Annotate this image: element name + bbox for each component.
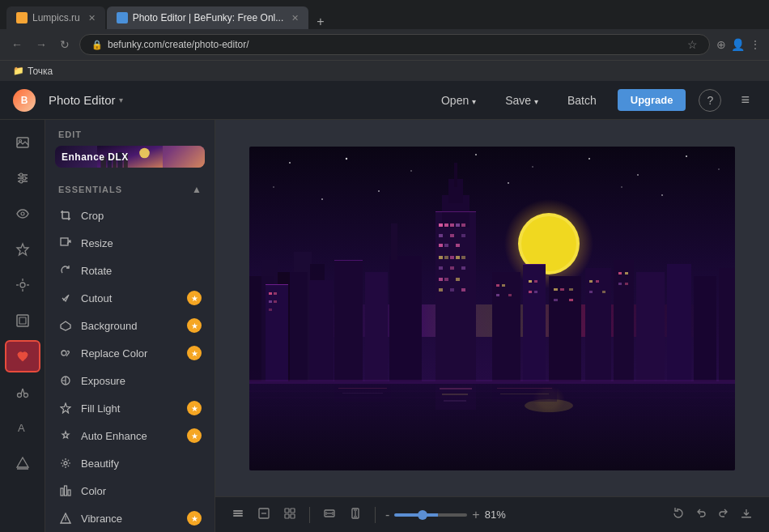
menu-item-background[interactable]: Background [45, 312, 215, 339]
svg-rect-100 [439, 244, 443, 247]
svg-rect-177 [285, 514, 289, 518]
fit-width-icon[interactable] [320, 504, 339, 526]
menu-item-crop[interactable]: Crop [45, 202, 215, 229]
redo-button[interactable] [714, 504, 733, 526]
menu-icon[interactable]: ≡ [734, 92, 756, 109]
menu-item-cutout[interactable]: Cutout [45, 284, 215, 312]
star-icon [15, 242, 30, 257]
city-scene-svg [249, 147, 735, 470]
sidebar-item-frames[interactable] [5, 304, 40, 337]
sidebar-item-shape[interactable] [5, 447, 40, 479]
address-text: befunky.com/create/photo-editor/ [108, 39, 682, 50]
svg-rect-161 [342, 393, 383, 394]
tab-close-lumpics[interactable]: ✕ [88, 13, 96, 23]
svg-rect-82 [274, 300, 277, 303]
svg-rect-110 [461, 266, 465, 270]
download-icon[interactable] [737, 504, 756, 526]
svg-line-43 [68, 460, 69, 461]
essentials-section-header[interactable]: ESSENTIALS ▲ [45, 177, 215, 202]
forward-button[interactable]: → [32, 36, 50, 53]
svg-point-54 [475, 154, 477, 155]
menu-item-replace-color[interactable]: Replace Color [45, 339, 215, 367]
reset-icon[interactable] [669, 504, 688, 526]
zoom-controls: - + 81% [385, 508, 514, 522]
svg-point-56 [588, 157, 590, 159]
svg-point-10 [20, 283, 25, 287]
layers-icon[interactable] [228, 504, 248, 526]
bookmark-star[interactable]: ☆ [687, 38, 698, 51]
rotate-label: Rotate [81, 265, 202, 277]
svg-rect-156 [440, 388, 472, 389]
sidebar-item-eye[interactable] [5, 198, 40, 230]
eye-icon [15, 206, 30, 221]
grid-icon[interactable] [280, 504, 300, 526]
history-icon[interactable] [254, 504, 274, 526]
undo-redo-controls [669, 504, 756, 526]
menu-item-vibrance[interactable]: Vibrance [45, 504, 215, 532]
svg-point-59 [718, 168, 719, 169]
color-label: Color [81, 485, 202, 497]
open-button[interactable]: Open ▾ [433, 89, 484, 112]
app-title-text: Photo Editor [49, 93, 116, 107]
zoom-slider[interactable] [394, 513, 467, 517]
sidebar-item-sliders[interactable] [5, 162, 40, 194]
refresh-button[interactable]: ↻ [57, 36, 73, 53]
zoom-plus-button[interactable]: + [472, 508, 479, 522]
svg-rect-150 [523, 264, 546, 265]
scissors-icon [15, 385, 30, 399]
back-button[interactable]: ← [8, 36, 26, 53]
settings-icon[interactable]: ⋮ [750, 38, 761, 51]
svg-rect-152 [249, 383, 735, 384]
svg-rect-146 [625, 283, 628, 285]
svg-rect-149 [435, 211, 476, 212]
undo-button[interactable] [691, 504, 711, 526]
sidebar-item-effects[interactable] [5, 269, 40, 301]
menu-item-exposure[interactable]: Exposure [45, 367, 215, 394]
zoom-minus-button[interactable]: - [385, 508, 389, 522]
profile-icon[interactable]: 👤 [731, 38, 745, 51]
svg-rect-91 [454, 163, 457, 187]
tab-close-befunky[interactable]: ✕ [291, 13, 299, 23]
svg-line-44 [62, 466, 63, 466]
svg-rect-135 [560, 288, 564, 291]
svg-rect-136 [569, 288, 573, 291]
menu-item-beautify[interactable]: Beautify [45, 449, 215, 477]
extensions-icon[interactable]: ⊕ [716, 38, 726, 51]
svg-point-66 [661, 194, 663, 196]
fit-height-icon[interactable] [346, 504, 365, 526]
address-bar[interactable]: 🔒 befunky.com/create/photo-editor/ ☆ [79, 34, 710, 55]
menu-item-color[interactable]: Color [45, 477, 215, 504]
tab-label-lumpics: Lumpics.ru [32, 12, 80, 23]
menu-item-rotate[interactable]: Rotate [45, 257, 215, 284]
upgrade-button[interactable]: Upgrade [618, 89, 686, 111]
browser-tab-befunky[interactable]: Photo Editor | BeFunky: Free Onl... ✕ [107, 6, 309, 29]
batch-button[interactable]: Batch [559, 89, 605, 112]
replace-color-label: Replace Color [81, 347, 179, 360]
svg-rect-113 [456, 278, 460, 281]
bookmark-tochka[interactable]: 📁 Точка [8, 66, 57, 77]
auto-enhance-icon [58, 428, 73, 443]
svg-rect-111 [439, 278, 443, 281]
sidebar-item-photos[interactable] [5, 126, 40, 159]
menu-item-auto-enhance[interactable]: Auto Enhance [45, 422, 215, 449]
color-icon [58, 483, 73, 498]
svg-rect-170 [233, 515, 243, 517]
save-button[interactable]: Save ▾ [497, 89, 546, 112]
svg-rect-178 [291, 514, 295, 518]
sidebar-item-scissors[interactable] [5, 376, 40, 408]
svg-rect-108 [439, 266, 443, 270]
menu-item-fill-light[interactable]: Fill Light [45, 394, 215, 422]
sidebar-item-favorites[interactable] [5, 340, 40, 372]
sidebar-item-text[interactable]: A [5, 411, 40, 444]
svg-rect-127 [502, 284, 505, 287]
menu-item-resize[interactable]: Resize [45, 229, 215, 257]
browser-tab-lumpics[interactable]: Lumpics.ru ✕ [6, 6, 105, 29]
help-icon[interactable]: ? [699, 89, 721, 112]
svg-point-53 [410, 170, 412, 172]
new-tab-button[interactable]: + [312, 15, 329, 29]
sidebar-item-star[interactable] [5, 233, 40, 266]
enhance-card[interactable]: Enhance DLX [55, 146, 205, 168]
svg-rect-87 [391, 223, 397, 260]
app-title[interactable]: Photo Editor ▾ [49, 93, 123, 107]
side-panel: EDIT [45, 120, 215, 532]
